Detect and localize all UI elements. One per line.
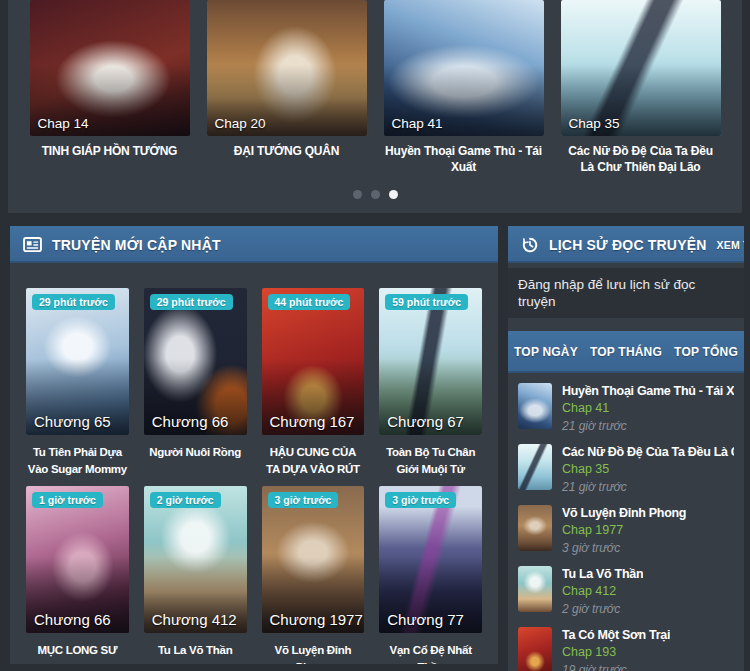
time-badge: 3 giờ trước [268,492,339,508]
list-item[interactable]: Ta Có Một Sơn Trại Chap 193 19 giờ trước [518,627,734,671]
comic-title[interactable]: Tu Tiên Phải Dựa Vào Sugar Mommy [27,444,128,478]
comic-cover[interactable]: 1 giờ trước Chương 66 [26,486,129,633]
list-item-time: 21 giờ trước [562,480,734,494]
featured-title[interactable]: Các Nữ Đồ Đệ Của Ta Đều Là Chư Thiên Đại… [561,143,721,177]
comic-card[interactable]: 3 giờ trước Chương 77 Vạn Cổ Đệ Nhất Thầ… [379,486,482,664]
news-icon [23,237,42,252]
comic-title[interactable]: Tu La Võ Thần [145,642,246,664]
new-updates-section: TRUYỆN MỚI CẬP NHẬT 29 phút trước Chương… [10,226,498,664]
chapter-label: Chương 77 [387,611,464,628]
carousel-dot[interactable] [353,190,362,199]
list-item-thumbnail[interactable] [518,505,552,551]
time-badge: 3 giờ trước [385,492,456,508]
featured-cover[interactable]: Chap 14 [30,0,190,136]
chapter-label: Chương 67 [387,413,464,430]
section-title: LỊCH SỬ ĐỌC TRUYỆN [549,237,707,253]
chapter-label: Chương 66 [152,413,229,430]
featured-title[interactable]: Huyền Thoại Game Thủ - Tái Xuất [384,143,544,175]
tab-top-day[interactable]: TOP NGÀY [514,345,578,359]
list-item-time: 19 giờ trước [562,663,670,671]
carousel-dots [8,190,742,199]
list-item-title[interactable]: Võ Luyện Đỉnh Phong [562,506,686,520]
time-badge: 2 giờ trước [150,492,221,508]
featured-cover[interactable]: Chap 41 [384,0,544,136]
comic-title[interactable]: Vạn Cổ Đệ Nhất Thần [380,642,481,664]
top-tabs: TOP NGÀY TOP THÁNG TOP TỔNG [508,331,744,373]
comic-cover[interactable]: 44 phút trước Chương 167 [262,288,365,435]
comic-cover[interactable]: 59 phút trước Chương 67 [379,288,482,435]
list-item-time: 2 giờ trước [562,602,643,616]
time-badge: 29 phút trước [32,294,115,310]
comic-card[interactable]: 2 giờ trước Chương 412 Tu La Võ Thần [144,486,247,664]
comic-card[interactable]: 3 giờ trước Chương 1977 Võ Luyện Đỉnh Ph… [262,486,365,664]
time-badge: 44 phút trước [268,294,351,310]
list-item-thumbnail[interactable] [518,627,552,671]
list-item-title[interactable]: Các Nữ Đồ Đệ Của Ta Đều Là Chư... [562,445,734,459]
featured-title[interactable]: ĐẠI TƯỚNG QUÂN [207,143,367,159]
featured-item[interactable]: Chap 20 ĐẠI TƯỚNG QUÂN [207,0,367,177]
carousel-dot[interactable] [371,190,380,199]
list-item[interactable]: Võ Luyện Đỉnh Phong Chap 1977 3 giờ trướ… [518,505,734,555]
time-badge: 1 giờ trước [32,492,103,508]
comic-cover[interactable]: 3 giờ trước Chương 1977 [262,486,365,633]
list-item-title[interactable]: Tu La Võ Thần [562,567,643,581]
comic-card[interactable]: 59 phút trước Chương 67 Toàn Bộ Tu Chân … [379,288,482,478]
history-icon [521,236,539,254]
tab-top-total[interactable]: TOP TỔNG [674,345,738,359]
list-item-title[interactable]: Huyền Thoại Game Thủ - Tái Xuất [562,384,734,398]
comic-card[interactable]: 1 giờ trước Chương 66 MỤC LONG SƯ [26,486,129,664]
comic-title[interactable]: HẬU CUNG CỦA TA DỰA VÀO RÚT THẺ [263,444,364,478]
list-item-thumbnail[interactable] [518,566,552,612]
chapter-label: Chương 65 [34,413,111,430]
comic-grid: 29 phút trước Chương 65 Tu Tiên Phải Dựa… [10,263,498,664]
featured-title[interactable]: TINH GIÁP HỒN TƯỚNG [30,143,190,159]
time-badge: 29 phút trước [150,294,233,310]
featured-cover[interactable]: Chap 20 [207,0,367,136]
featured-chap-label: Chap 20 [215,116,266,131]
list-item-chap[interactable]: Chap 35 [562,462,734,476]
chapter-label: Chương 66 [34,611,111,628]
featured-chap-label: Chap 35 [569,116,620,131]
comic-cover[interactable]: 3 giờ trước Chương 77 [379,486,482,633]
comic-title[interactable]: Người Nuôi Rồng [145,444,246,478]
comic-title[interactable]: Võ Luyện Đỉnh Phong [263,642,364,664]
featured-cover[interactable]: Chap 35 [561,0,721,136]
list-item-time: 21 giờ trước [562,419,734,433]
featured-carousel: Chap 14 TINH GIÁP HỒN TƯỚNG Chap 20 ĐẠI … [8,0,742,213]
list-item[interactable]: Huyền Thoại Game Thủ - Tái Xuất Chap 41 … [518,383,734,433]
list-item[interactable]: Tu La Võ Thần Chap 412 2 giờ trước [518,566,734,616]
chapter-label: Chương 1977 [270,611,363,628]
list-item-chap[interactable]: Chap 193 [562,645,670,659]
view-all-link[interactable]: XEM TẤT CẢ » [717,239,744,251]
list-item-thumbnail[interactable] [518,383,552,429]
list-item[interactable]: Các Nữ Đồ Đệ Của Ta Đều Là Chư... Chap 3… [518,444,734,494]
top-list: Huyền Thoại Game Thủ - Tái Xuất Chap 41 … [508,373,744,671]
featured-item[interactable]: Chap 35 Các Nữ Đồ Đệ Của Ta Đều Là Chư T… [561,0,721,177]
comic-card[interactable]: 29 phút trước Chương 66 Người Nuôi Rồng [144,288,247,478]
featured-item[interactable]: Chap 14 TINH GIÁP HỒN TƯỚNG [30,0,190,177]
comic-card[interactable]: 29 phút trước Chương 65 Tu Tiên Phải Dựa… [26,288,129,478]
comic-cover[interactable]: 29 phút trước Chương 66 [144,288,247,435]
section-title: TRUYỆN MỚI CẬP NHẬT [52,237,221,253]
comic-title[interactable]: Toàn Bộ Tu Chân Giới Muội Tử Muốn Bắt Ta [380,444,481,478]
chapter-label: Chương 412 [152,611,237,628]
login-notice: Đăng nhập để lưu lịch sử đọc truyện [508,268,744,318]
list-item-chap[interactable]: Chap 41 [562,401,734,415]
list-item-time: 3 giờ trước [562,541,686,555]
sidebar: LỊCH SỬ ĐỌC TRUYỆN XEM TẤT CẢ » Đăng nhậ… [508,226,744,671]
comic-cover[interactable]: 29 phút trước Chương 65 [26,288,129,435]
comic-title[interactable]: MỤC LONG SƯ [27,642,128,664]
carousel-dot[interactable] [389,190,398,199]
featured-item[interactable]: Chap 41 Huyền Thoại Game Thủ - Tái Xuất [384,0,544,177]
list-item-chap[interactable]: Chap 1977 [562,523,686,537]
list-item-title[interactable]: Ta Có Một Sơn Trại [562,628,670,642]
history-header: LỊCH SỬ ĐỌC TRUYỆN XEM TẤT CẢ » [508,226,744,263]
time-badge: 59 phút trước [385,294,468,310]
comic-cover[interactable]: 2 giờ trước Chương 412 [144,486,247,633]
list-item-chap[interactable]: Chap 412 [562,584,643,598]
comic-card[interactable]: 44 phút trước Chương 167 HẬU CUNG CỦA TA… [262,288,365,478]
featured-chap-label: Chap 41 [392,116,443,131]
main-content-row: TRUYỆN MỚI CẬP NHẬT 29 phút trước Chương… [10,226,744,671]
list-item-thumbnail[interactable] [518,444,552,490]
tab-top-month[interactable]: TOP THÁNG [590,345,662,359]
